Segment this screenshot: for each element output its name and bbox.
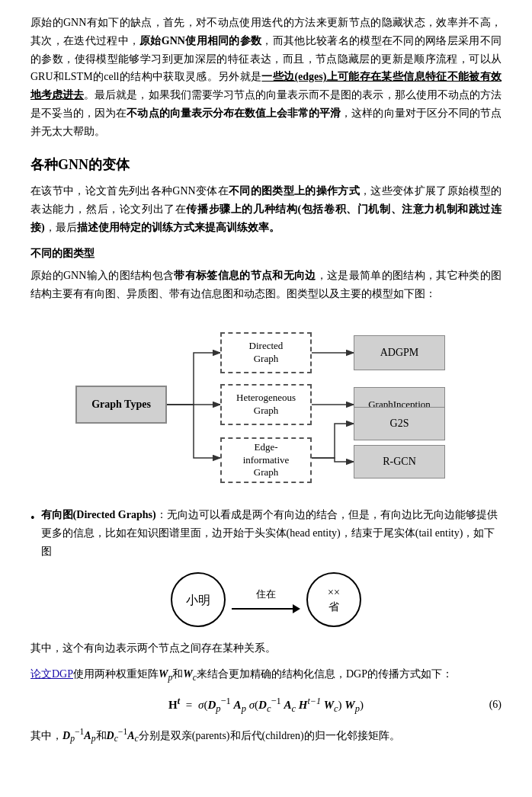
sub-title-graph-types: 不同的图类型 bbox=[30, 245, 502, 263]
formula-block: Ht = σ(Dp−1 Ap σ(Dc−1 Ac Ht−1 Wc) Wp) (6… bbox=[30, 693, 502, 717]
graph-types-diagram: Graph Types DirectedGraph HeterogeneousG… bbox=[30, 317, 502, 492]
edge-informative-graph-box: Edge-informativeGraph bbox=[220, 437, 312, 483]
bullet-item-directed: • 有向图(Directed Graphs)：无向边可以看成是两个有向边的结合，… bbox=[30, 506, 502, 560]
formula-number: (6) bbox=[489, 696, 502, 714]
formula-display: Ht = σ(Dp−1 Ap σ(Dc−1 Ac Ht−1 Wc) Wp) bbox=[168, 693, 364, 717]
paragraph-2: 在该节中，论文首先列出各种GNN变体在不同的图类型上的操作方式，这些变体扩展了原… bbox=[30, 182, 502, 236]
graph-types-box: Graph Types bbox=[75, 386, 167, 424]
main-content: 原始的GNN有如下的缺点，首先，对不动点使用迭代的方法来更新节点的隐藏状态，效率… bbox=[30, 14, 502, 747]
bullet-text: 有向图(Directed Graphs)：无向边可以看成是两个有向边的结合，但是… bbox=[41, 506, 502, 560]
dgp-link[interactable]: 论文DGP bbox=[30, 668, 73, 680]
edge-label: 住在 bbox=[256, 586, 276, 603]
rgcn-box: R-GCN bbox=[354, 445, 445, 479]
paragraph-1: 原始的GNN有如下的缺点，首先，对不动点使用迭代的方法来更新节点的隐藏状态，效率… bbox=[30, 14, 502, 141]
node-right: ××省 bbox=[306, 572, 361, 627]
dgp-paragraph: 论文DGP使用两种权重矩阵Wp和Wc来结合更加精确的结构化信息，DGP的传播方式… bbox=[30, 665, 502, 686]
paragraph-3: 原始的GNN输入的图结构包含带有标签信息的节点和无向边，这是最简单的图结构，其它… bbox=[30, 267, 502, 303]
directed-graph-box: DirectedGraph bbox=[220, 332, 312, 373]
node-left: 小明 bbox=[171, 572, 226, 627]
adgpm-box: ADGPM bbox=[354, 335, 445, 370]
post-formula-text: 其中，Dp−1Ap和Dc−1Ac分别是双亲(parents)和后代(childr… bbox=[30, 725, 502, 747]
node-diagram-caption: 其中，这个有向边表示两个节点之间存在某种关系。 bbox=[30, 639, 502, 658]
g2s-box: G2S bbox=[354, 407, 445, 440]
bullet-dot: • bbox=[30, 507, 35, 528]
node-diagram: 小明 住在 ××省 bbox=[30, 572, 502, 627]
bullet-section: • 有向图(Directed Graphs)：无向边可以看成是两个有向边的结合，… bbox=[30, 506, 502, 560]
section-title-gnn-variants: 各种GNN的变体 bbox=[30, 153, 502, 177]
heterogeneous-graph-box: HeterogeneousGraph bbox=[220, 384, 312, 425]
